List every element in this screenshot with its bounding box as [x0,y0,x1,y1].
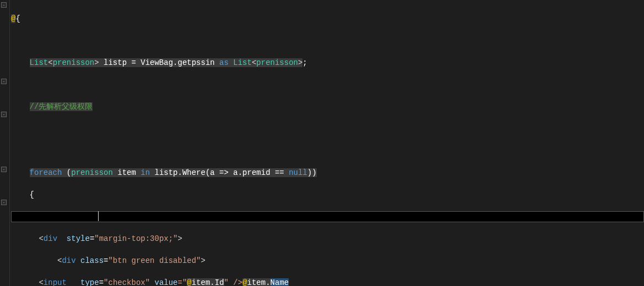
code-editor[interactable]: @{ List<prenisson> listp = ViewBag.getps… [11,2,587,286]
code-line[interactable]: //先解析父级权限 [11,101,587,112]
code-line[interactable] [11,35,587,46]
code-line[interactable]: foreach (prenisson item in listp.Where(a… [11,167,587,178]
fold-marker-icon[interactable]: - [1,200,7,205]
code-line[interactable]: { [11,189,587,200]
fold-marker-icon[interactable]: - [1,167,7,172]
code-line[interactable] [11,79,587,90]
fold-marker-icon[interactable]: - [1,79,7,84]
code-line[interactable]: <div style="margin-top:30px;"> [11,233,587,244]
code-line[interactable]: List<prenisson> listp = ViewBag.getpssin… [11,57,587,68]
code-line[interactable]: <input type="checkbox" value="@item.Id" … [11,277,587,286]
code-gutter: - - - - - [0,0,10,286]
fold-marker-icon[interactable]: - [1,2,7,8]
code-line[interactable]: <div class="btn green disabled"> [11,255,587,266]
code-line[interactable] [11,211,587,222]
fold-marker-icon[interactable]: - [1,112,7,117]
code-line[interactable] [11,123,587,134]
code-line[interactable]: @{ [11,13,587,24]
code-line[interactable] [11,145,587,156]
